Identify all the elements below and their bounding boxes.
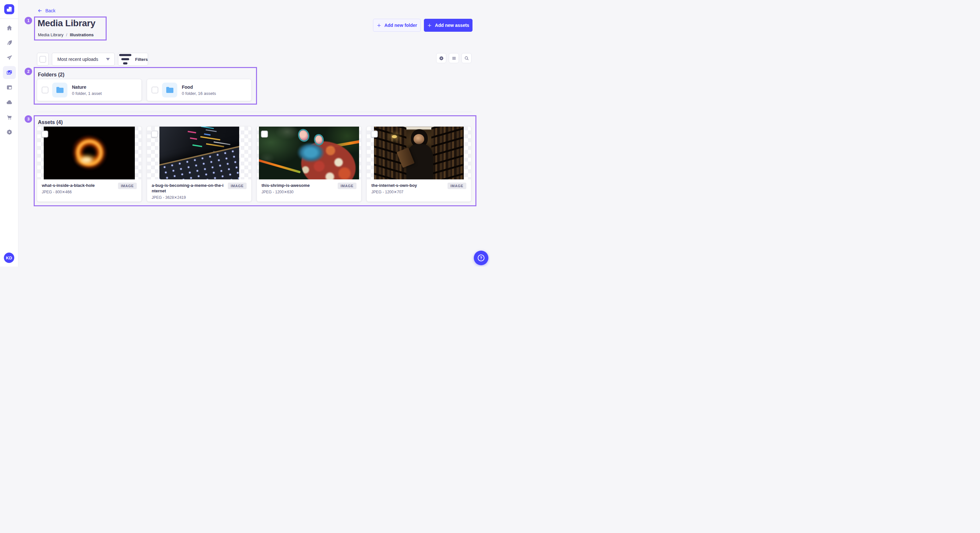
sidebar-item-releases[interactable] <box>3 51 16 64</box>
back-link[interactable]: Back <box>37 8 56 13</box>
sidebar: KD <box>0 0 19 266</box>
user-avatar[interactable]: KD <box>4 252 14 263</box>
asset-meta: JPEG - 800✕466 <box>42 190 115 194</box>
asset-card[interactable]: this-shrimp-is-awesome JPEG - 1200✕630 I… <box>257 126 361 202</box>
folder-checkbox[interactable] <box>42 87 48 93</box>
annotation-step-3: 3 <box>25 115 32 123</box>
page-title: Media Library <box>38 18 95 29</box>
plus-icon <box>427 23 432 28</box>
asset-meta: JPEG - 3628✕2419 <box>152 195 225 200</box>
gear-icon <box>439 56 444 61</box>
asset-info: the-internet-s-own-boy JPEG - 1200✕707 I… <box>367 179 471 194</box>
folder-name: Food <box>182 84 216 90</box>
filter-icon <box>118 53 132 65</box>
gear-icon <box>6 129 13 135</box>
media-library-icon <box>6 69 13 76</box>
asset-type-badge: IMAGE <box>338 182 356 189</box>
asset-checkbox[interactable] <box>371 131 377 137</box>
home-icon <box>6 25 13 31</box>
asset-type-badge: IMAGE <box>118 182 137 189</box>
sort-dropdown[interactable]: Most recent uploads <box>52 53 115 66</box>
cloud-icon <box>6 99 13 106</box>
black-hole-image <box>44 127 135 179</box>
question-mark-icon: ? <box>478 254 485 261</box>
library-image <box>374 127 464 179</box>
annotation-box-title: Media Library Media Library / Illustrati… <box>34 16 107 40</box>
folder-meta: 0 folder, 1 asset <box>72 91 102 96</box>
breadcrumb: Media Library / Illustrations <box>38 32 94 37</box>
cart-icon <box>6 114 13 121</box>
folder-tile <box>162 82 177 97</box>
asset-info: this-shrimp-is-awesome JPEG - 1200✕630 I… <box>257 179 361 194</box>
back-label: Back <box>45 8 56 13</box>
breadcrumb-separator: / <box>66 32 67 37</box>
list-view-button[interactable] <box>449 53 459 63</box>
select-all-checkbox[interactable] <box>40 56 46 62</box>
asset-card[interactable]: what-s-inside-a-black-hole JPEG - 800✕46… <box>37 126 142 202</box>
asset-name: the-internet-s-own-boy <box>371 182 445 188</box>
sort-dropdown-value: Most recent uploads <box>57 57 98 62</box>
arrow-left-icon <box>37 8 43 13</box>
asset-checkbox[interactable] <box>151 131 158 137</box>
asset-checkbox[interactable] <box>261 131 268 137</box>
filters-button[interactable]: Filters <box>118 53 148 66</box>
sidebar-item-media-library[interactable] <box>3 66 16 79</box>
chevron-down-icon <box>106 58 110 60</box>
sidebar-nav <box>0 21 19 139</box>
sidebar-item-deploy[interactable] <box>3 96 16 109</box>
search-button[interactable] <box>461 53 471 63</box>
folder-text: Nature 0 folder, 1 asset <box>72 84 102 96</box>
annotation-step-1: 1 <box>25 17 32 24</box>
add-new-folder-button[interactable]: Add new folder <box>373 19 421 32</box>
asset-type-badge: IMAGE <box>447 182 466 189</box>
code-laptop-image <box>159 127 239 179</box>
folder-name: Nature <box>72 84 102 90</box>
folder-card-nature[interactable]: Nature 0 folder, 1 asset <box>37 79 142 101</box>
folder-icon <box>56 87 64 93</box>
view-settings-button[interactable] <box>436 53 446 63</box>
sidebar-item-content-manager[interactable] <box>3 36 16 49</box>
asset-meta: JPEG - 1200✕630 <box>261 190 335 194</box>
asset-thumbnail[interactable] <box>147 127 251 179</box>
list-icon <box>452 56 457 61</box>
folder-card-food[interactable]: Food 0 folder, 16 assets <box>147 79 251 101</box>
asset-card[interactable]: the-internet-s-own-boy JPEG - 1200✕707 I… <box>366 126 471 202</box>
shrimp-image <box>259 127 359 179</box>
layout-icon <box>6 84 13 90</box>
folder-tile <box>52 82 67 97</box>
asset-meta: JPEG - 1200✕707 <box>371 190 445 194</box>
asset-card[interactable]: a-bug-is-becoming-a-meme-on-the-internet… <box>147 126 251 202</box>
asset-type-badge: IMAGE <box>228 182 247 189</box>
folder-text: Food 0 folder, 16 assets <box>182 84 216 96</box>
media-library-page: KD Back 1 2 3 Media Library Media Librar… <box>0 0 490 266</box>
folder-checkbox[interactable] <box>152 87 158 93</box>
filters-label: Filters <box>135 57 148 62</box>
select-all-wrapper[interactable] <box>37 53 49 66</box>
paper-plane-icon <box>6 54 13 61</box>
sidebar-item-marketplace[interactable] <box>3 111 16 124</box>
content-divider <box>37 112 472 112</box>
help-button[interactable]: ? <box>474 251 488 265</box>
asset-name: a-bug-is-becoming-a-meme-on-the-internet <box>152 182 225 194</box>
asset-checkbox[interactable] <box>41 131 48 137</box>
add-new-assets-button[interactable]: Add new assets <box>424 19 473 32</box>
asset-info: what-s-inside-a-black-hole JPEG - 800✕46… <box>37 179 141 194</box>
breadcrumb-root[interactable]: Media Library <box>38 32 64 37</box>
asset-name: what-s-inside-a-black-hole <box>42 182 115 188</box>
breadcrumb-current: Illustrations <box>70 32 94 37</box>
feather-icon <box>6 40 13 46</box>
asset-name: this-shrimp-is-awesome <box>261 182 335 188</box>
asset-thumbnail[interactable] <box>37 127 141 179</box>
search-icon <box>464 56 469 61</box>
plus-icon <box>377 23 382 28</box>
sidebar-item-home[interactable] <box>3 21 16 34</box>
add-new-assets-label: Add new assets <box>435 23 469 28</box>
annotation-step-2: 2 <box>25 68 32 75</box>
asset-thumbnail[interactable] <box>367 127 471 179</box>
asset-thumbnail[interactable] <box>257 127 361 179</box>
strapi-logo[interactable] <box>4 4 14 14</box>
asset-info: a-bug-is-becoming-a-meme-on-the-internet… <box>147 179 251 200</box>
strapi-logo-fold <box>10 10 12 12</box>
sidebar-item-settings[interactable] <box>3 125 16 139</box>
sidebar-item-content-type-builder[interactable] <box>3 81 16 94</box>
